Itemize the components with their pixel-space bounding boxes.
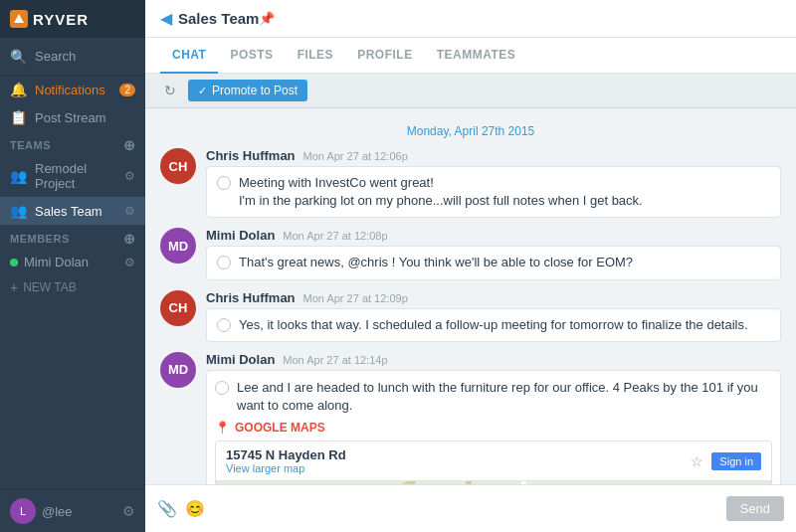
teams-add-icon[interactable]: ⊕ bbox=[123, 137, 136, 153]
star-icon[interactable]: ☆ bbox=[691, 453, 703, 469]
settings-icon-sales[interactable]: ⚙ bbox=[124, 204, 135, 218]
message-bubble: Yes, it looks that way. I scheduled a fo… bbox=[206, 308, 781, 342]
message-author: Chris Huffman bbox=[206, 290, 296, 305]
chat-input[interactable] bbox=[213, 501, 718, 516]
refresh-button[interactable]: ↻ bbox=[160, 81, 180, 100]
message-header: Chris Huffman Mon Apr 27 at 12:09p bbox=[206, 290, 781, 305]
settings-icon-mimi[interactable]: ⚙ bbox=[124, 256, 135, 269]
logo-icon bbox=[10, 10, 28, 28]
avatar: CH bbox=[160, 290, 196, 326]
tab-files[interactable]: FILES bbox=[286, 38, 346, 74]
message-time: Mon Apr 27 at 12:09p bbox=[303, 292, 408, 304]
sidebar-item-notifications[interactable]: 🔔 Notifications 2 bbox=[0, 76, 145, 103]
message-bubble: That's great news, @chris ! You think we… bbox=[206, 246, 781, 279]
map-container[interactable]: 15745 N Hayden Rd View larger map ☆ Sign… bbox=[215, 441, 772, 484]
team-icon-sales: 👥 bbox=[10, 203, 27, 219]
list-item: CH Chris Huffman Mon Apr 27 at 12:06p Me… bbox=[160, 148, 781, 218]
message-author: Chris Huffman bbox=[206, 148, 296, 163]
tab-posts[interactable]: POSTS bbox=[218, 38, 285, 74]
current-user-label: @lee bbox=[42, 504, 73, 519]
online-dot bbox=[10, 259, 18, 266]
plus-icon: + bbox=[10, 279, 18, 295]
map-visual: Goodstone Auto Spa Four Peaks Grill & Ta… bbox=[216, 481, 771, 484]
radio-button[interactable] bbox=[217, 318, 231, 332]
search-label: Search bbox=[35, 49, 76, 64]
svg-marker-0 bbox=[14, 14, 24, 23]
sidebar-item-mimi-dolan[interactable]: Mimi Dolan ⚙ bbox=[0, 249, 145, 275]
new-tab-item[interactable]: + NEW TAB bbox=[0, 275, 145, 299]
sidebar-item-remodel-project[interactable]: 👥 Remodel Project ⚙ bbox=[0, 155, 145, 197]
chat-toolbar: ↻ ✓ Promote to Post bbox=[145, 74, 796, 108]
svg-line-1 bbox=[216, 481, 415, 484]
tab-chat[interactable]: CHAT bbox=[160, 38, 218, 74]
list-item: CH Chris Huffman Mon Apr 27 at 12:09p Ye… bbox=[160, 290, 781, 342]
members-section-header: Members ⊕ bbox=[0, 225, 145, 249]
pin-icon[interactable]: 📌 bbox=[259, 11, 275, 26]
tab-bar: CHAT POSTS FILES PROFILE TEAMMATES bbox=[145, 38, 796, 74]
chat-area: Monday, April 27th 2015 CH Chris Huffman… bbox=[145, 108, 796, 484]
sidebar-bottom: L @lee ⚙ bbox=[0, 489, 145, 532]
message-time: Mon Apr 27 at 12:08p bbox=[283, 230, 387, 242]
attachment-icon[interactable]: 📎 bbox=[157, 499, 177, 518]
page-title: Sales Team bbox=[178, 10, 259, 27]
tab-teammates[interactable]: TEAMMATES bbox=[425, 38, 528, 74]
tab-profile[interactable]: PROFILE bbox=[345, 38, 425, 74]
logo-text: RYVER bbox=[33, 11, 89, 28]
message-header: Chris Huffman Mon Apr 27 at 12:06p bbox=[206, 148, 781, 163]
message-bubble: Meeting with InvestCo went great!I'm in … bbox=[206, 166, 781, 218]
radio-button[interactable] bbox=[215, 381, 229, 395]
new-tab-label: NEW TAB bbox=[23, 280, 77, 294]
chat-input-area: 📎 😊 Send bbox=[145, 484, 796, 532]
post-stream-label: Post Stream bbox=[35, 110, 106, 125]
topbar: ◀ Sales Team 📌 bbox=[145, 0, 796, 38]
message-content: Mimi Dolan Mon Apr 27 at 12:08p That's g… bbox=[206, 228, 781, 279]
list-item: MD Mimi Dolan Mon Apr 27 at 12:08p That'… bbox=[160, 228, 781, 279]
sign-in-button[interactable]: Sign in bbox=[711, 452, 761, 470]
team-icon-remodel: 👥 bbox=[10, 168, 27, 184]
teams-section-header: Teams ⊕ bbox=[0, 131, 145, 155]
bell-icon: 🔔 bbox=[10, 82, 27, 97]
settings-icon-remodel[interactable]: ⚙ bbox=[124, 169, 135, 183]
emoji-icon[interactable]: 😊 bbox=[185, 499, 205, 518]
message-content: Chris Huffman Mon Apr 27 at 12:09p Yes, … bbox=[206, 290, 781, 342]
message-header: Mimi Dolan Mon Apr 27 at 12:14p bbox=[206, 352, 781, 367]
map-header: 15745 N Hayden Rd View larger map ☆ Sign… bbox=[216, 442, 771, 481]
maps-pin-icon: 📍 bbox=[215, 421, 230, 435]
avatar: MD bbox=[160, 352, 196, 388]
teams-label: Teams bbox=[10, 139, 51, 151]
avatar: MD bbox=[160, 228, 196, 264]
send-button[interactable]: Send bbox=[726, 496, 784, 521]
message-text: Lee and I are headed to lunch with the f… bbox=[237, 379, 772, 415]
radio-button[interactable] bbox=[217, 176, 231, 190]
message-time: Mon Apr 27 at 12:06p bbox=[303, 150, 408, 162]
promote-button[interactable]: ✓ Promote to Post bbox=[188, 80, 307, 101]
current-user-avatar: L bbox=[10, 498, 36, 524]
notifications-label: Notifications bbox=[35, 83, 105, 97]
date-divider: Monday, April 27th 2015 bbox=[160, 124, 781, 138]
message-author: Mimi Dolan bbox=[206, 352, 275, 367]
members-label: Members bbox=[10, 233, 70, 245]
remodel-project-label: Remodel Project bbox=[35, 161, 124, 191]
search-icon: 🔍 bbox=[10, 49, 27, 65]
members-add-icon[interactable]: ⊕ bbox=[123, 231, 136, 247]
main-content: ◀ Sales Team 📌 CHAT POSTS FILES PROFILE … bbox=[145, 0, 796, 532]
message-content: Mimi Dolan Mon Apr 27 at 12:14p Lee and … bbox=[206, 352, 781, 484]
sidebar-header: RYVER bbox=[0, 0, 145, 38]
radio-button[interactable] bbox=[217, 256, 231, 269]
gear-icon[interactable]: ⚙ bbox=[122, 503, 135, 519]
google-maps-label: 📍 GOOGLE MAPS bbox=[215, 421, 772, 435]
map-view-larger[interactable]: View larger map bbox=[226, 462, 346, 474]
back-icon[interactable]: ◀ bbox=[160, 9, 172, 28]
sidebar: RYVER 🔍 Search 🔔 Notifications 2 📋 Post … bbox=[0, 0, 145, 532]
avatar: CH bbox=[160, 148, 196, 184]
sidebar-item-post-stream[interactable]: 📋 Post Stream bbox=[0, 103, 145, 131]
map-roads-svg bbox=[216, 481, 771, 484]
message-text: Yes, it looks that way. I scheduled a fo… bbox=[239, 316, 748, 334]
message-time: Mon Apr 27 at 12:14p bbox=[283, 354, 387, 366]
sidebar-item-sales-team[interactable]: 👥 Sales Team ⚙ bbox=[0, 197, 145, 225]
list-item: MD Mimi Dolan Mon Apr 27 at 12:14p Lee a… bbox=[160, 352, 781, 484]
map-address: 15745 N Hayden Rd bbox=[226, 447, 346, 462]
promote-label: Promote to Post bbox=[212, 84, 298, 97]
google-maps-text: GOOGLE MAPS bbox=[235, 421, 325, 435]
sidebar-search[interactable]: 🔍 Search bbox=[0, 38, 145, 76]
